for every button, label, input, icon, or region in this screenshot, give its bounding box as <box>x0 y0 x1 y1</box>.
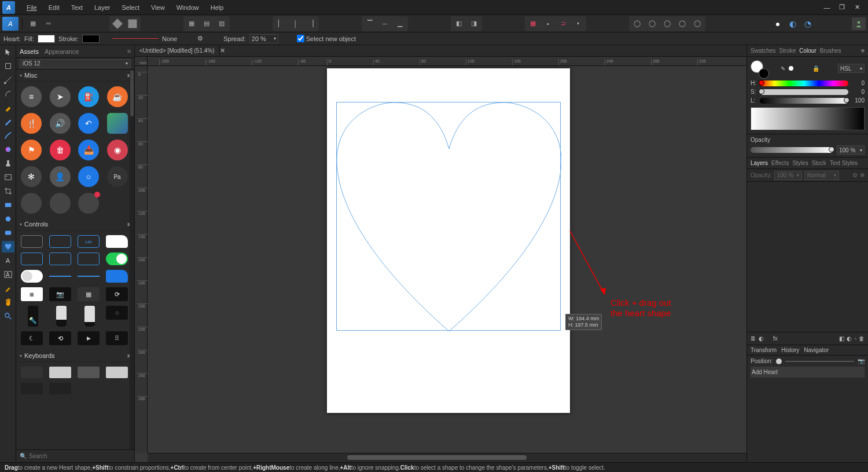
kbd-5[interactable] <box>21 383 43 394</box>
ctrl-calc[interactable]: ▦ <box>78 287 100 301</box>
stroke-swatch[interactable] <box>82 35 100 43</box>
asset-archive-icon[interactable]: 📥 <box>78 140 99 160</box>
tab-assets[interactable]: Assets <box>20 48 39 55</box>
pencil-tool[interactable] <box>2 116 14 127</box>
ctrl-line-1[interactable] <box>49 276 71 277</box>
ctrl-keypad[interactable]: ▦ <box>21 287 43 301</box>
align-left-icon[interactable]: ▏ <box>274 17 288 30</box>
op-add-icon[interactable]: ◯ <box>630 17 644 30</box>
rounded-rect-tool[interactable] <box>2 227 14 239</box>
ctrl-field-3[interactable] <box>21 253 43 265</box>
ctrl-field-4[interactable] <box>49 253 71 265</box>
left-panel-options-icon[interactable]: ≡ <box>127 48 131 54</box>
ctrl-tag[interactable] <box>106 270 128 283</box>
profile-icon[interactable] <box>852 17 866 30</box>
fill-stroke-selector[interactable] <box>751 60 767 76</box>
snap-baseline-icon[interactable]: ▤ <box>200 17 214 30</box>
view-mode-fill-icon[interactable]: ● <box>771 17 785 30</box>
asset-audio-icon[interactable]: 🔊 <box>50 113 71 134</box>
tab-transform[interactable]: Transform <box>751 347 777 353</box>
snapping-pixel-icon[interactable]: ▪ <box>541 17 555 30</box>
move-tool[interactable] <box>2 46 14 58</box>
ctrl-grid[interactable]: ⠿ <box>106 331 128 345</box>
snapping-grid-icon[interactable]: ▦ <box>526 17 540 30</box>
opacity-dropdown[interactable]: 100 %▾ <box>837 145 865 155</box>
ctrl-timer[interactable]: ⟳ <box>106 287 128 301</box>
snapping-magnet-icon[interactable]: ⊃ <box>556 17 570 30</box>
view-mode-outline-icon[interactable]: ◐ <box>786 17 800 30</box>
asset-delete-icon[interactable]: 🗑 <box>50 140 71 160</box>
asset-category-dropdown[interactable]: iOS 12▾ <box>20 59 131 68</box>
asset-applepay-icon[interactable]: Pa <box>107 166 128 187</box>
select-new-object-checkbox[interactable]: Select new object <box>297 35 356 42</box>
tab-appearance[interactable]: Appearance <box>45 48 79 55</box>
view-mode-pixel-icon[interactable]: ◔ <box>801 17 815 30</box>
brush-tool[interactable] <box>2 130 14 141</box>
ctrl-screen[interactable]: □ <box>106 306 128 320</box>
layer-gear-icon[interactable]: ⚙ <box>852 172 858 178</box>
tab-history[interactable]: History <box>781 347 799 353</box>
heart-tool[interactable] <box>2 241 14 253</box>
asset-gradient-icon[interactable] <box>107 113 128 134</box>
fill-tool[interactable] <box>2 144 14 155</box>
layers-fx-icon[interactable]: fx <box>773 335 778 342</box>
op-combine-icon[interactable]: ◯ <box>690 17 704 30</box>
asset-location-icon[interactable]: ➤ <box>50 86 71 107</box>
lock-icon[interactable]: 🔒 <box>812 65 819 72</box>
assets-search[interactable]: 🔍Search <box>16 449 134 462</box>
menu-edit[interactable]: Edit <box>43 2 65 13</box>
tab-stock[interactable]: Stock <box>812 160 826 166</box>
kbd-4[interactable] <box>106 367 128 378</box>
pen-tool[interactable] <box>2 102 14 114</box>
ctrl-field-5[interactable] <box>78 253 100 265</box>
tab-brushes[interactable]: Brushes <box>820 47 841 54</box>
ctrl-switch-on[interactable] <box>106 253 128 265</box>
stroke-width-preview[interactable] <box>112 38 159 39</box>
op-intersect-icon[interactable]: ◯ <box>660 17 674 30</box>
fill-swatch[interactable] <box>38 35 55 43</box>
insert-inside-icon[interactable]: ◧ <box>452 17 466 30</box>
designer-persona-icon[interactable] <box>111 17 124 30</box>
menu-view[interactable]: View <box>145 2 171 13</box>
op-divide-icon[interactable]: ◯ <box>675 17 689 30</box>
ctrl-switch-off[interactable] <box>21 270 43 283</box>
ctrl-field-2[interactable] <box>49 235 71 248</box>
opacity-slider[interactable] <box>751 147 833 153</box>
align-bottom-icon[interactable]: ▁ <box>393 17 407 30</box>
menu-window[interactable]: Window <box>171 2 205 13</box>
doc-tab-close-icon[interactable]: ✕ <box>220 47 225 54</box>
layer-opacity-dropdown[interactable]: 100 %▾ <box>774 171 802 180</box>
ctrl-slider-2[interactable] <box>84 306 95 327</box>
asset-phone2-icon[interactable] <box>50 193 71 214</box>
ellipse-tool[interactable] <box>2 213 14 225</box>
tab-stroke[interactable]: Stroke <box>779 47 796 54</box>
kbd-3[interactable] <box>78 367 100 378</box>
node-tool[interactable] <box>2 74 14 86</box>
ctrl-play[interactable]: ▶ <box>78 331 100 345</box>
tab-styles[interactable]: Styles <box>792 160 808 166</box>
ctrl-field-1[interactable] <box>21 235 43 248</box>
layers-stack-icon[interactable]: ≣ <box>751 335 755 342</box>
assets-section-misc[interactable]: ▾Misc≡ <box>16 69 134 82</box>
eyedropper-icon[interactable]: ✎ <box>781 65 785 72</box>
asset-fingerprint-icon[interactable]: ◉ <box>107 140 128 160</box>
link-icon[interactable]: ∾ <box>41 17 55 30</box>
asset-notif-icon[interactable] <box>78 193 99 214</box>
asset-fuel-icon[interactable]: ⛽ <box>78 86 99 107</box>
history-slider-dot[interactable] <box>776 358 782 364</box>
ctrl-camera[interactable]: 📷 <box>49 287 71 301</box>
window-close-icon[interactable]: ✕ <box>852 3 862 12</box>
snap-grid-icon[interactable]: ▦ <box>185 17 198 30</box>
layer-blend-dropdown[interactable]: Normal▾ <box>804 171 839 180</box>
asset-loading-icon[interactable]: ✻ <box>21 166 42 187</box>
gear-icon[interactable]: ⚙ <box>196 34 205 43</box>
viewport[interactable]: W: 194.4 mmH: 197.5 mm Click + drag out … <box>148 66 746 453</box>
align-center-icon[interactable]: │ <box>289 17 303 30</box>
ctrl-label[interactable]: Lab <box>78 235 100 248</box>
doc-tab[interactable]: <Untitled> [Modified] (51.4%) <box>135 45 220 57</box>
new-layer-icon[interactable]: ▫ <box>854 335 856 342</box>
asset-phone1-icon[interactable] <box>21 193 42 214</box>
hue-slider[interactable]: H: 0 <box>751 80 865 86</box>
align-right-icon[interactable]: ▕ <box>304 17 318 30</box>
kbd-2[interactable] <box>49 367 71 378</box>
